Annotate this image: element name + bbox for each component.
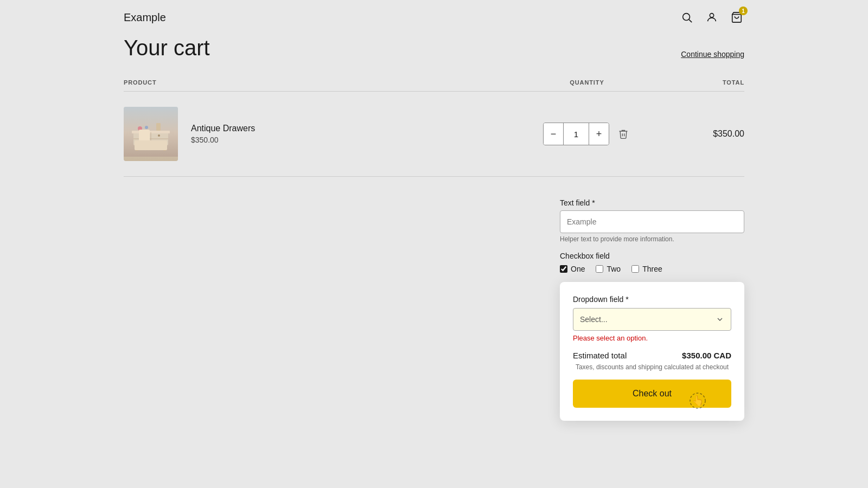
cart-item: Antique Drawers $350.00 − 1 + $350.00 — [124, 92, 744, 177]
quantity-controls: − 1 + — [543, 123, 609, 145]
estimated-total-row: Estimated total $350.00 CAD — [573, 351, 731, 360]
col-total: TOTAL — [647, 79, 744, 86]
page-title: Your cart — [124, 35, 210, 61]
dropdown-error: Please select an option. — [573, 334, 731, 342]
svg-point-9 — [142, 134, 144, 137]
checkbox-option-three[interactable]: Three — [631, 265, 662, 273]
svg-text:👆: 👆 — [692, 395, 704, 407]
dropdown-select[interactable]: Select... Option 1 Option 2 Option 3 — [573, 308, 731, 331]
checkbox-three[interactable] — [631, 265, 639, 273]
quantity-decrease-button[interactable]: − — [544, 123, 563, 145]
page-title-row: Your cart Continue shopping — [124, 35, 744, 61]
checkbox-field-label: Checkbox field — [560, 252, 744, 260]
checkbox-options: One Two Three — [560, 265, 744, 273]
cart-table-header: PRODUCT QUANTITY TOTAL — [124, 74, 744, 92]
product-image — [124, 107, 178, 161]
dropdown-label: Dropdown field * — [573, 295, 731, 304]
checkout-panel: Text field * Helper text to provide more… — [124, 198, 744, 421]
continue-shopping-link[interactable]: Continue shopping — [681, 50, 744, 61]
dropdown-card: Dropdown field * Select... Option 1 Opti… — [560, 282, 744, 421]
col-product: PRODUCT — [124, 79, 527, 86]
quantity-cell: − 1 + — [527, 123, 647, 145]
product-cell: Antique Drawers $350.00 — [124, 107, 527, 161]
checkout-inner: Text field * Helper text to provide more… — [560, 198, 744, 421]
header: Example 1 — [124, 0, 744, 35]
cart-icon[interactable]: 1 — [729, 10, 744, 25]
svg-point-11 — [142, 141, 144, 143]
svg-point-16 — [145, 126, 148, 129]
svg-point-10 — [158, 134, 160, 137]
checkbox-field-group: Checkbox field One Two Three — [560, 252, 744, 273]
cart-badge: 1 — [739, 7, 748, 15]
quantity-increase-button[interactable]: + — [589, 123, 609, 145]
product-info: Antique Drawers $350.00 — [191, 124, 527, 144]
estimated-label: Estimated total — [573, 351, 627, 360]
tax-note: Taxes, discounts and shipping calculated… — [573, 363, 731, 371]
svg-point-15 — [138, 126, 142, 131]
header-icons: 1 — [679, 10, 744, 25]
svg-point-0 — [683, 14, 690, 21]
checkbox-option-one[interactable]: One — [560, 265, 585, 273]
svg-rect-17 — [156, 123, 161, 131]
estimated-amount: $350.00 CAD — [682, 351, 731, 360]
checkbox-two[interactable] — [596, 265, 603, 273]
product-image-art — [124, 107, 178, 161]
text-field-group: Text field * Helper text to provide more… — [560, 198, 744, 243]
delete-item-button[interactable] — [616, 126, 631, 142]
svg-point-18 — [690, 393, 705, 408]
svg-line-1 — [689, 20, 692, 22]
svg-rect-13 — [136, 145, 138, 151]
helper-text: Helper text to provide more information. — [560, 235, 744, 243]
text-field-label: Text field * — [560, 198, 744, 207]
svg-point-12 — [158, 141, 160, 143]
product-name: Antique Drawers — [191, 124, 527, 133]
account-icon[interactable] — [704, 10, 719, 25]
logo: Example — [124, 11, 166, 24]
search-icon[interactable] — [679, 10, 694, 25]
svg-point-2 — [710, 14, 713, 17]
svg-rect-14 — [163, 145, 166, 151]
quantity-display: 1 — [563, 123, 589, 145]
cursor-icon: 👆 — [688, 391, 707, 414]
checkbox-one[interactable] — [560, 265, 567, 273]
item-total: $350.00 — [647, 129, 744, 139]
checkbox-option-two[interactable]: Two — [596, 265, 621, 273]
col-quantity: QUANTITY — [527, 79, 647, 86]
product-price: $350.00 — [191, 136, 527, 144]
checkout-button[interactable]: Check out 👆 — [573, 380, 731, 408]
text-field-input[interactable] — [560, 210, 744, 233]
